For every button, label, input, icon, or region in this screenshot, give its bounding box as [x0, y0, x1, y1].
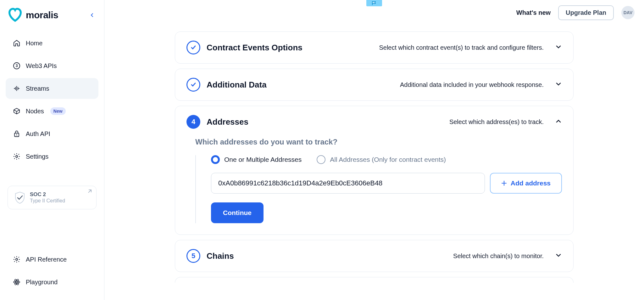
sidebar-item-streams[interactable]: Streams	[6, 78, 98, 99]
sidebar-item-label: Streams	[26, 85, 49, 92]
step-number-5: 5	[186, 249, 200, 263]
sidebar-item-auth-api[interactable]: A Auth API	[6, 123, 98, 144]
radio-all-addresses[interactable]: All Addresses (Only for contract events)	[317, 155, 446, 164]
gear-icon	[13, 152, 21, 161]
lock-icon: A	[13, 130, 21, 138]
svg-text:3: 3	[16, 64, 18, 68]
external-link-icon	[87, 189, 92, 195]
sidebar-item-playground[interactable]: Playground	[6, 272, 98, 292]
avatar[interactable]: DAV	[621, 6, 635, 19]
gear-icon	[13, 255, 21, 263]
panel-subtitle: Select which address(es) to track.	[449, 118, 544, 126]
brand-logo[interactable]: moralis	[8, 8, 58, 23]
whats-new-link[interactable]: What's new	[516, 9, 551, 16]
topbar: What's new Upgrade Plan DAV	[104, 0, 644, 25]
addresses-question: Which addresses do you want to track?	[195, 138, 562, 146]
svg-point-5	[16, 258, 18, 260]
panel-chains: 5 Chains Select which chain(s) to monito…	[175, 240, 574, 272]
step-check-icon	[186, 41, 200, 54]
radio-label: All Addresses (Only for contract events)	[330, 156, 446, 163]
cube-icon	[13, 107, 21, 115]
sidebar-collapse-button[interactable]	[88, 11, 97, 20]
panel-header-addresses[interactable]: 4 Addresses Select which address(es) to …	[175, 106, 573, 138]
panel-header-contract-events[interactable]: Contract Events Options Select which con…	[175, 32, 573, 63]
streams-icon	[13, 84, 21, 93]
chevron-down-icon	[555, 81, 562, 89]
atom-icon	[13, 278, 21, 286]
radio-label: One or Multiple Addresses	[224, 156, 302, 163]
sidebar-nav: Home 3 Web3 APIs Streams Nodes New	[0, 33, 104, 167]
radio-icon	[211, 155, 220, 164]
sidebar-item-api-reference[interactable]: API Reference	[6, 249, 98, 270]
sidebar-item-label: Playground	[26, 279, 58, 286]
sidebar-item-label: API Reference	[26, 256, 67, 263]
continue-button[interactable]: Continue	[211, 202, 264, 223]
sidebar-item-label: Nodes	[26, 108, 44, 115]
circle-3-icon: 3	[13, 62, 21, 70]
home-icon	[13, 39, 21, 47]
content-area: Contract Events Options Select which con…	[104, 25, 644, 300]
panel-title: Chains	[207, 251, 234, 261]
chevron-down-icon	[555, 252, 562, 260]
chevron-down-icon	[555, 43, 562, 52]
address-mode-radio-group: One or Multiple Addresses All Addresses …	[211, 155, 562, 164]
flag-tab[interactable]	[366, 0, 382, 6]
soc2-card[interactable]: SOC 2 Type II Certified	[8, 186, 97, 209]
sidebar-item-home[interactable]: Home	[6, 33, 98, 54]
radio-icon	[317, 155, 325, 164]
brand-name: moralis	[26, 10, 58, 20]
add-address-label: Add address	[511, 179, 551, 187]
radio-one-or-multiple[interactable]: One or Multiple Addresses	[211, 155, 302, 164]
sidebar-item-settings[interactable]: Settings	[6, 146, 98, 167]
panel-title: Additional Data	[207, 80, 267, 90]
panel-header-chains[interactable]: 5 Chains Select which chain(s) to monito…	[175, 240, 573, 272]
shield-check-icon	[14, 191, 25, 204]
step-number-4: 4	[186, 115, 200, 129]
sidebar-item-label: Web3 APIs	[26, 62, 57, 70]
soc-subtitle: Type II Certified	[30, 198, 65, 204]
chevron-left-icon	[90, 13, 95, 18]
moralis-logo-icon	[8, 8, 23, 23]
sidebar-item-label: Settings	[26, 153, 48, 160]
panel-subtitle: Select which chain(s) to monitor.	[453, 252, 544, 260]
sidebar-item-nodes[interactable]: Nodes New	[6, 101, 98, 122]
sidebar-item-web3-apis[interactable]: 3 Web3 APIs	[6, 55, 98, 76]
panel-addresses: 4 Addresses Select which address(es) to …	[175, 106, 574, 235]
panel-header-additional-data[interactable]: Additional Data Additional data included…	[175, 69, 573, 100]
chevron-up-icon	[555, 118, 562, 126]
main: What's new Upgrade Plan DAV Contract Eve…	[104, 0, 644, 300]
sidebar-item-label: Auth API	[26, 130, 50, 138]
sidebar: moralis Home 3 Web3 APIs	[0, 0, 104, 300]
panel-subtitle: Additional data included in your webhook…	[400, 81, 544, 88]
sidebar-item-label: Home	[26, 40, 42, 47]
svg-point-6	[16, 281, 17, 283]
add-address-button[interactable]: Add address	[490, 173, 562, 194]
new-badge: New	[50, 107, 66, 115]
upgrade-plan-button[interactable]: Upgrade Plan	[558, 5, 614, 20]
plus-icon	[501, 180, 507, 186]
panel-title: Contract Events Options	[207, 43, 303, 53]
svg-point-4	[16, 156, 18, 157]
panel-title: Addresses	[207, 117, 248, 127]
step-check-icon	[186, 78, 200, 92]
soc-title: SOC 2	[30, 191, 65, 198]
svg-text:A: A	[16, 133, 18, 136]
panel-contract-events: Contract Events Options Select which con…	[175, 31, 574, 64]
address-input[interactable]	[211, 173, 485, 194]
panel-additional-data: Additional Data Additional data included…	[175, 69, 574, 101]
flag-icon	[372, 1, 377, 5]
panel-partial-next	[175, 277, 574, 283]
panel-subtitle: Select which contract event(s) to track …	[379, 44, 544, 51]
